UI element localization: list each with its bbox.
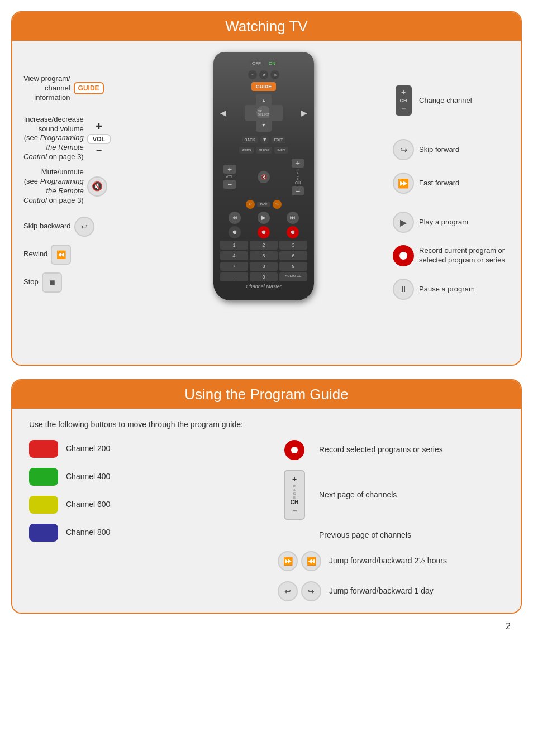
rec-pause-stop-row: ⏺ ⏺ ⏺ (220, 226, 307, 238)
fast-forward-text: Fast forward (419, 179, 459, 188)
label-record: Record current program or selected progr… (392, 245, 515, 266)
num-8[interactable]: 8 (250, 262, 278, 271)
rewind-icon-badge[interactable]: ⏪ (51, 245, 71, 265)
apps-button[interactable]: APPS (239, 147, 254, 154)
guide-item-next-page: + PAGE CH − Next page of channels (278, 470, 504, 520)
on-button[interactable]: ON (266, 60, 278, 67)
num-dot[interactable]: · (220, 272, 248, 281)
red-btn[interactable]: ⏺ (287, 226, 299, 238)
num-9[interactable]: 9 (279, 262, 307, 271)
off-button[interactable]: OFF (249, 60, 264, 67)
vol-down-button[interactable]: − (223, 180, 236, 189)
ch-down-button[interactable]: − (292, 186, 304, 195)
remote-power-row: OFF ON (220, 60, 307, 67)
pause-text: Pause a program (419, 285, 475, 294)
guide-item-ch800: Channel 800 (29, 524, 255, 542)
num-5[interactable]: · 5 · (250, 251, 278, 260)
back-button[interactable]: BACK (242, 136, 258, 143)
record-button[interactable]: ⏺ (258, 226, 270, 238)
prev-button[interactable]: ⏮ (229, 212, 241, 224)
vol-up-button[interactable]: + (223, 165, 236, 174)
top-function-row: ≈ ⚙ ⊕ (220, 70, 307, 79)
stop-icon-badge[interactable]: ⏹ (42, 272, 62, 293)
label-skip-backward-text: Skip backward (23, 222, 71, 231)
prev-page-text: Previous page of channels (319, 530, 411, 541)
dvr-skip-back-button[interactable]: ↩ (246, 200, 255, 209)
guide-button[interactable]: GUIDE (251, 82, 277, 91)
down-btn[interactable]: ▼ (260, 135, 269, 144)
program-guide-title: Using the Program Guide (12, 380, 521, 409)
guide-row: GUIDE (220, 82, 307, 91)
page-number: 2 (506, 621, 511, 631)
fast-fwd-button[interactable]: ⏭ (287, 212, 299, 224)
program-guide-body: Use the following buttons to move throug… (12, 409, 521, 613)
dvr-skip-fwd-button[interactable]: ↪ (273, 200, 282, 209)
label-change-channel: + CH − Change channel (392, 85, 515, 116)
settings-button[interactable]: ⚙ (259, 70, 268, 79)
right-labels: + CH − Change channel ↪ Skip forward ⏩ (392, 52, 515, 353)
page-ch-label: PAGECH (295, 169, 301, 185)
extra-button[interactable]: ⊕ (270, 70, 279, 79)
green-color-button[interactable] (29, 468, 58, 486)
ch-paginator-icon: + PAGE CH − (284, 470, 305, 520)
ch-up-down-icon: + CH − (396, 85, 412, 116)
jump-fwd-back-icons: ⏩ ⏪ (278, 551, 321, 571)
label-rewind-text: Rewind (23, 250, 47, 259)
label-skip-forward: ↪ Skip forward (392, 139, 515, 160)
ch-up-button[interactable]: + (292, 159, 304, 168)
nav-left-btn[interactable]: ◀ (220, 108, 226, 117)
label-view-program-text: View program/channelinformation (23, 74, 70, 103)
ch200-label: Channel 200 (66, 443, 110, 454)
num-4[interactable]: 4 (220, 251, 248, 260)
change-channel-text: Change channel (419, 96, 472, 106)
ch600-label: Channel 600 (66, 499, 110, 510)
rec-btn2[interactable]: ⏺ (229, 226, 241, 238)
info-button[interactable]: INFO (274, 147, 288, 154)
numpad: 1 2 3 4 · 5 · 6 7 8 9 · 0 AUDIO CC (220, 241, 307, 281)
jump-hours-icon-area: ⏩ ⏪ (278, 551, 321, 571)
apps-guide-info-row: APPS GUIDE INFO (220, 147, 307, 154)
label-mute-text: Mute/unmute(see Programmingthe RemoteCon… (23, 168, 84, 205)
blue-color-button[interactable] (29, 524, 58, 542)
play-button[interactable]: ▶ (258, 212, 270, 224)
mute-icon-badge[interactable]: 🔇 (87, 176, 107, 197)
num-3[interactable]: 3 (279, 241, 307, 250)
guide-record-icon-area (278, 440, 311, 460)
vol-label-badge[interactable]: VOL (87, 134, 111, 144)
wave-button[interactable]: ≈ (248, 70, 257, 79)
ff-icon-area: ⏩ (392, 173, 415, 194)
skip-forward-icon: ↪ (393, 139, 414, 160)
num-7[interactable]: 7 (220, 262, 248, 271)
jump-day-icon-area: ↩ ↪ (278, 581, 321, 601)
ch400-label: Channel 400 (66, 471, 110, 482)
transport-row: ⏮ ▶ ⏭ (220, 212, 307, 224)
skip-day-icons: ↩ ↪ (278, 581, 321, 601)
num-0[interactable]: 0 (250, 272, 278, 281)
num-1[interactable]: 1 (220, 241, 248, 250)
label-play: ▶ Play a program (392, 212, 515, 233)
guide-item-jump-day: ↩ ↪ Jump forward/backward 1 day (278, 581, 504, 601)
vol-group: + VOL − (223, 165, 236, 189)
guide-grid: Channel 200 Channel 400 Channel 600 Chan… (29, 440, 504, 601)
yellow-color-button[interactable] (29, 496, 58, 514)
skip-backward-icon-badge[interactable]: ↩ (74, 217, 94, 237)
dvr-button[interactable]: DVR (257, 202, 271, 207)
nav-down-button[interactable]: ▼ (256, 118, 272, 132)
label-rewind: Rewind ⏪ (23, 245, 135, 265)
ch-page-group: + PAGECH − (292, 159, 304, 195)
num-2[interactable]: 2 (250, 241, 278, 250)
guide-record-icon (284, 440, 304, 460)
jump-hours-text: Jump forward/backward 2½ hours (329, 556, 447, 567)
section2-title-text: Using the Program Guide (184, 386, 348, 403)
red-color-button[interactable] (29, 440, 58, 458)
audio-cc-btn[interactable]: AUDIO CC (279, 272, 307, 281)
nav-section: ◀ ▲ OKSELECT ▼ ▶ (220, 94, 307, 132)
exit-button[interactable]: EXIT (272, 136, 286, 143)
play-icon-area: ▶ (392, 212, 415, 233)
nav-right-btn[interactable]: ▶ (301, 108, 307, 117)
guide-badge[interactable]: GUIDE (74, 82, 104, 94)
pause-icon: ⏸ (393, 279, 414, 300)
mute-remote-button[interactable]: 🔇 (258, 171, 270, 183)
num-6[interactable]: 6 (279, 251, 307, 260)
guide-button2[interactable]: GUIDE (256, 147, 272, 154)
